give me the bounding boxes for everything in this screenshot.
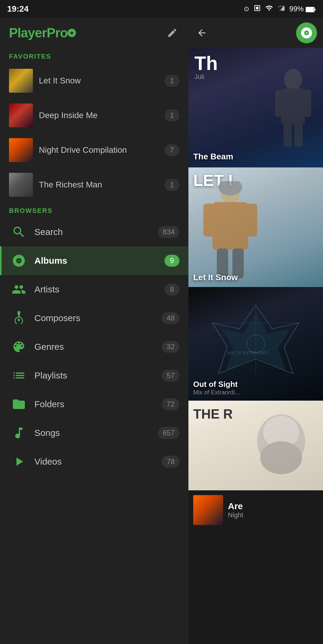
songs-icon bbox=[10, 425, 27, 441]
album-card-4-title-big: THE R bbox=[193, 407, 233, 422]
svg-rect-7 bbox=[314, 9, 316, 10]
album-card-2-label: Let It Snow bbox=[193, 273, 238, 282]
svg-rect-11 bbox=[275, 90, 284, 117]
svg-rect-1 bbox=[256, 7, 259, 10]
browser-count-folders: 72 bbox=[162, 398, 179, 410]
search-icon bbox=[10, 224, 27, 240]
sidebar-item-videos[interactable]: Videos 78 bbox=[0, 447, 188, 476]
mini-title: Are bbox=[228, 501, 318, 511]
favorite-item-richest-man[interactable]: The Richest Man 1 bbox=[0, 167, 188, 202]
favorites-section-label: FAVORITES bbox=[0, 48, 188, 63]
header-icons bbox=[165, 26, 179, 40]
browser-label-search: Search bbox=[34, 227, 151, 237]
favorite-item-let-it-snow[interactable]: Let It Snow 1 bbox=[0, 63, 188, 98]
browsers-section-label: BROWSERS bbox=[0, 202, 188, 218]
album-card-3-label: Out of Sight Mix of Extraordi... bbox=[193, 380, 240, 396]
sidebar-item-composers[interactable]: Composers 48 bbox=[0, 304, 188, 332]
fav-thumb-night-drive bbox=[9, 138, 33, 162]
album-card-4-art bbox=[239, 405, 323, 490]
edit-button[interactable] bbox=[165, 26, 179, 40]
album-card-out-of-sight[interactable]: MIX OF EXTRAORDI Out of Sight Mix of Ext… bbox=[188, 287, 323, 401]
browser-label-playlists: Playlists bbox=[34, 370, 155, 381]
browser-count-playlists: 57 bbox=[162, 370, 179, 381]
album-card-the-beam[interactable]: Th Juli The Beam bbox=[188, 48, 323, 167]
browser-label-artists: Artists bbox=[34, 284, 157, 294]
fav-title-night-drive: Night Drive Compilation bbox=[39, 145, 159, 155]
fav-thumb-let-it-snow bbox=[9, 69, 33, 93]
browser-count-videos: 78 bbox=[162, 456, 179, 468]
mini-subtitle: Night bbox=[228, 511, 318, 519]
svg-rect-4 bbox=[281, 9, 282, 10]
album-card-1-text: Th Juli bbox=[194, 54, 218, 81]
fav-count-night-drive: 7 bbox=[164, 144, 179, 156]
svg-rect-8 bbox=[306, 7, 314, 12]
browser-count-albums: 9 bbox=[164, 255, 179, 267]
fav-title-let-it-snow: Let It Snow bbox=[39, 76, 159, 86]
svg-rect-14 bbox=[294, 123, 303, 147]
browser-label-videos: Videos bbox=[34, 457, 155, 467]
genres-icon bbox=[10, 338, 27, 355]
sidebar: PlayerPro ★ FAVORITES Let It Snow 1 bbox=[0, 18, 188, 644]
album-card-2-figure bbox=[200, 181, 260, 287]
now-playing-button[interactable] bbox=[296, 22, 317, 43]
folders-icon bbox=[10, 396, 27, 413]
fav-count-deep-inside-me: 1 bbox=[164, 109, 179, 121]
composers-icon bbox=[10, 310, 27, 326]
browser-label-albums: Albums bbox=[34, 256, 157, 266]
svg-rect-10 bbox=[281, 88, 305, 124]
svg-rect-18 bbox=[203, 204, 214, 236]
album-card-let-it-snow[interactable]: LET I Let It Snow bbox=[188, 167, 323, 287]
wifi-icon bbox=[265, 4, 273, 14]
fav-thumb-richest-man bbox=[9, 173, 33, 197]
fav-thumb-deep-inside bbox=[9, 103, 33, 127]
nfc-icon bbox=[253, 4, 261, 14]
logo: PlayerPro ★ bbox=[9, 25, 76, 40]
favorite-item-night-drive[interactable]: Night Drive Compilation 7 bbox=[0, 133, 188, 167]
svg-rect-5 bbox=[280, 10, 281, 10]
browser-label-songs: Songs bbox=[34, 428, 151, 438]
mini-info: Are Night bbox=[228, 501, 318, 519]
back-button[interactable] bbox=[194, 25, 209, 40]
status-icons: ⊙ 99% bbox=[244, 4, 316, 14]
svg-point-9 bbox=[284, 69, 302, 90]
sidebar-item-songs[interactable]: Songs 657 bbox=[0, 419, 188, 447]
mini-thumb bbox=[193, 495, 223, 525]
albums-icon bbox=[10, 252, 27, 269]
fav-title-deep-inside-me: Deep Inside Me bbox=[39, 111, 159, 120]
sidebar-item-playlists[interactable]: Playlists 57 bbox=[0, 361, 188, 390]
mini-card-night-drive[interactable]: Are Night bbox=[188, 490, 323, 530]
browser-count-composers: 48 bbox=[162, 312, 179, 324]
browser-count-search: 834 bbox=[158, 226, 179, 238]
sidebar-item-search[interactable]: Search 834 bbox=[0, 218, 188, 246]
fav-count-richest-man: 1 bbox=[164, 179, 179, 191]
playlists-icon bbox=[10, 367, 27, 384]
right-header bbox=[188, 18, 323, 48]
album-card-1-label: The Beam bbox=[193, 152, 321, 161]
logo-text: PlayerPro bbox=[9, 25, 68, 40]
album-card-3-subtitle: Mix of Extraordi... bbox=[193, 389, 240, 396]
svg-rect-3 bbox=[284, 6, 284, 11]
camera-icon: ⊙ bbox=[244, 5, 249, 13]
sidebar-item-folders[interactable]: Folders 72 bbox=[0, 390, 188, 419]
album-card-the-richest[interactable]: THE R bbox=[188, 401, 323, 490]
status-time: 19:24 bbox=[7, 4, 29, 14]
favorite-item-deep-inside-me[interactable]: Deep Inside Me 1 bbox=[0, 98, 188, 133]
svg-rect-19 bbox=[246, 204, 257, 236]
browser-label-composers: Composers bbox=[34, 313, 155, 323]
browser-count-songs: 657 bbox=[158, 427, 179, 439]
svg-rect-12 bbox=[302, 90, 311, 117]
sidebar-item-artists[interactable]: Artists 8 bbox=[0, 275, 188, 304]
logo-star-icon: ★ bbox=[68, 29, 76, 37]
album-card-1-title: Th bbox=[194, 54, 218, 73]
artists-icon bbox=[10, 281, 27, 298]
right-panel: Th Juli The Beam LET I bbox=[188, 18, 323, 644]
videos-icon bbox=[10, 453, 27, 470]
sidebar-item-genres[interactable]: Genres 32 bbox=[0, 332, 188, 361]
battery-indicator: 99% bbox=[289, 5, 316, 13]
sidebar-item-albums[interactable]: Albums 9 bbox=[0, 246, 188, 275]
album-card-3-title: Out of Sight bbox=[193, 380, 240, 389]
svg-rect-17 bbox=[212, 202, 248, 250]
favorites-list: Let It Snow 1 Deep Inside Me 1 Night Dri… bbox=[0, 63, 188, 202]
album-card-4-text: THE R bbox=[193, 407, 233, 422]
album-card-1-figure bbox=[266, 68, 320, 152]
